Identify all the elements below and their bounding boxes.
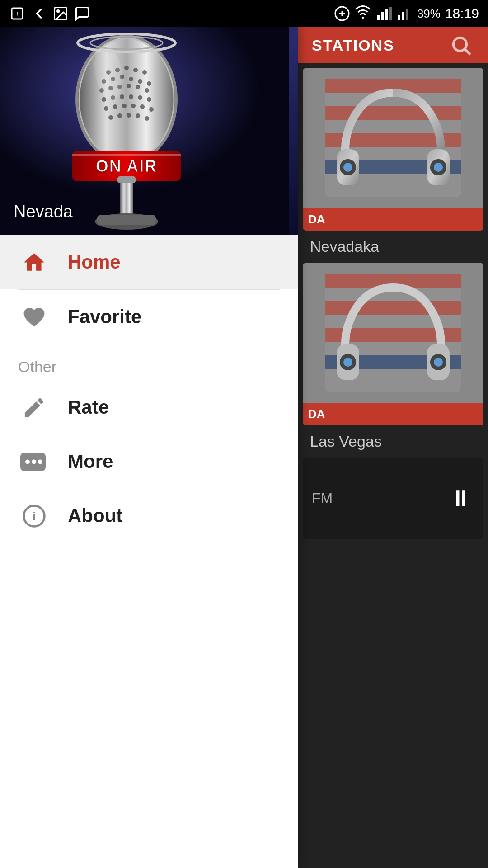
svg-point-26 [138,79,142,84]
svg-rect-57 [117,176,136,183]
nav-item-more[interactable]: More [0,434,298,489]
svg-point-44 [140,104,145,109]
message-icon [74,5,90,22]
more-icon [18,446,50,477]
svg-rect-9 [381,12,384,20]
time-display: 18:19 [445,6,479,21]
svg-text:ON AIR: ON AIR [96,157,158,175]
nav-favorite-label: Favorite [68,306,141,328]
svg-text:!: ! [16,10,18,18]
station-card-1-bottom: DA [303,208,483,231]
svg-point-66 [38,459,42,464]
svg-rect-10 [385,9,388,20]
svg-point-3 [57,10,60,13]
station-1-label: DA [308,212,325,226]
station-2-label: DA [308,407,325,421]
location-label: Nevada [14,202,73,222]
nav-more-label: More [68,451,113,472]
pause-icon[interactable]: ⏸ [449,485,474,512]
drawer-header: ON AIR Nevada [0,27,298,235]
svg-point-48 [127,113,131,118]
svg-point-19 [124,66,129,70]
svg-point-49 [136,113,140,118]
station-headphone-2 [303,263,483,403]
station-headphone-1 [303,68,483,208]
status-bar-left-icons: ! [9,5,90,22]
nav-rate-label: Rate [68,396,109,418]
nav-item-home[interactable]: Home [0,235,298,289]
svg-rect-73 [325,106,461,120]
now-playing-bar[interactable]: FM ⏸ [303,458,483,539]
heart-icon [18,301,50,333]
now-playing-label: FM [312,490,449,507]
image-icon [52,5,69,22]
svg-point-27 [147,81,151,86]
svg-point-31 [127,84,131,88]
status-bar-right-icons: 39% 18:19 [334,5,479,22]
svg-rect-54 [72,154,181,156]
right-panel-header: STATIONS [298,27,488,63]
station-card-2-bottom: DA [303,403,483,425]
mic-illustration: ON AIR Nevada [0,27,298,235]
back-icon[interactable] [31,5,47,22]
svg-point-92 [434,358,443,367]
station-card-1[interactable]: DA [303,68,483,231]
stations-title: STATIONS [312,37,394,54]
svg-rect-56 [120,179,133,215]
drawer: ON AIR Nevada [0,27,298,868]
svg-point-36 [120,94,124,99]
drawer-nav: Home Favorite Other [0,235,298,868]
svg-point-25 [129,77,133,81]
svg-point-20 [133,68,138,72]
svg-point-46 [108,115,113,120]
svg-point-38 [138,95,142,100]
svg-rect-59 [97,215,156,225]
add-circle-icon [334,5,350,22]
nav-item-rate[interactable]: Rate [0,380,298,434]
svg-point-81 [434,163,443,172]
svg-point-34 [102,97,106,102]
station-2-sublabel: Las Vegas [303,430,483,453]
svg-point-65 [32,459,36,464]
svg-point-21 [142,70,147,75]
svg-rect-13 [402,12,404,20]
nav-item-favorite[interactable]: Favorite [0,290,298,344]
svg-line-70 [465,49,470,54]
svg-rect-84 [325,301,461,315]
svg-point-47 [117,113,122,118]
station-card-2[interactable]: DA [303,263,483,425]
svg-point-79 [343,163,352,172]
rate-icon [18,392,50,423]
svg-rect-14 [406,9,408,20]
svg-rect-8 [377,15,380,20]
station-list: DA Nevadaka [298,63,488,543]
right-panel: STATIONS [298,27,488,868]
signal2-icon [396,5,413,22]
notification-icon: ! [9,5,25,22]
svg-point-33 [145,88,149,93]
battery-level: 39% [417,7,441,21]
svg-text:i: i [33,509,36,522]
signal1-icon [375,5,392,22]
station-1-sublabel: Nevadaka [303,235,483,258]
wifi-icon [355,5,371,22]
svg-rect-11 [389,7,392,20]
svg-point-90 [343,358,352,367]
nav-item-about[interactable]: i About [0,489,298,543]
svg-point-39 [147,97,151,102]
svg-point-42 [122,104,127,108]
home-icon [18,246,50,278]
status-bar: ! [0,0,488,27]
info-icon: i [18,500,50,532]
search-button[interactable] [447,32,474,59]
svg-point-64 [25,459,30,464]
svg-point-7 [362,17,364,19]
nav-home-label: Home [68,251,121,273]
svg-rect-12 [398,15,400,20]
svg-point-50 [145,116,149,121]
main-layout: ON AIR Nevada [0,27,488,868]
svg-point-43 [131,104,136,108]
nav-about-label: About [68,505,122,527]
svg-point-40 [104,106,108,111]
other-section-header: Other [0,344,298,380]
